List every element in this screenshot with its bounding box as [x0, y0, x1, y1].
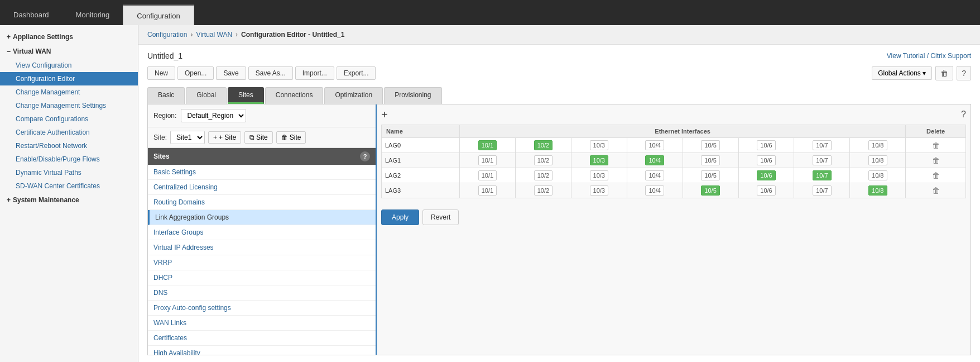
- iface-btn-lag3-5[interactable]: 10/6: [757, 185, 775, 196]
- lag-delete-btn-lag0[interactable]: 🗑: [932, 141, 940, 150]
- revert-button[interactable]: Revert: [422, 209, 459, 225]
- lag-delete-btn-lag1[interactable]: 🗑: [932, 156, 940, 165]
- sites-list-item-vrrp[interactable]: VRRP: [148, 255, 376, 270]
- lag-iface-lag3-3[interactable]: 10/4: [627, 183, 683, 198]
- lag-iface-lag1-2[interactable]: 10/3: [571, 153, 627, 168]
- apply-button[interactable]: Apply: [381, 209, 419, 225]
- export-button[interactable]: Export...: [337, 66, 376, 80]
- sites-list-item-proxy-auto-config[interactable]: Proxy Auto-config settings: [148, 301, 376, 316]
- iface-btn-lag1-0[interactable]: 10/1: [478, 155, 497, 165]
- iface-btn-lag1-2[interactable]: 10/3: [590, 155, 608, 165]
- lag-iface-lag0-3[interactable]: 10/4: [627, 138, 683, 153]
- lag-iface-lag1-3[interactable]: 10/4: [627, 153, 683, 168]
- add-site-button[interactable]: + + Site: [208, 131, 241, 144]
- iface-btn-lag0-4[interactable]: 10/5: [701, 140, 719, 150]
- lag-iface-lag0-0[interactable]: 10/1: [460, 138, 516, 153]
- lag-delete-lag0[interactable]: 🗑: [906, 138, 966, 153]
- nav-dashboard[interactable]: Dashboard: [0, 4, 63, 25]
- lag-iface-lag0-4[interactable]: 10/5: [683, 138, 738, 153]
- tab-sites[interactable]: Sites: [228, 87, 264, 104]
- iface-btn-lag1-5[interactable]: 10/6: [757, 155, 775, 165]
- sites-list-item-link-aggregation-groups[interactable]: Link Aggregation Groups: [148, 210, 376, 225]
- tab-connections[interactable]: Connections: [265, 87, 324, 104]
- sites-help-icon[interactable]: ?: [360, 151, 370, 161]
- sidebar-section-virtual-wan[interactable]: − Virtual WAN: [0, 44, 138, 59]
- sites-list-item-dns[interactable]: DNS: [148, 285, 376, 301]
- lag-iface-lag2-5[interactable]: 10/6: [738, 168, 794, 183]
- lag-iface-lag1-6[interactable]: 10/7: [794, 153, 850, 168]
- iface-btn-lag0-2[interactable]: 10/3: [590, 140, 608, 150]
- lag-iface-lag3-4[interactable]: 10/5: [683, 183, 738, 198]
- sidebar-item-change-management[interactable]: Change Management: [0, 85, 138, 99]
- nav-configuration[interactable]: Configuration: [123, 4, 194, 26]
- breadcrumb-virtual-wan[interactable]: Virtual WAN: [196, 31, 232, 39]
- sidebar-item-view-configuration[interactable]: View Configuration: [0, 59, 138, 72]
- help-icon-button[interactable]: ?: [957, 66, 971, 80]
- lag-iface-lag2-2[interactable]: 10/3: [571, 168, 627, 183]
- sites-list-item-high-availability[interactable]: High Availability: [148, 346, 376, 355]
- lag-iface-lag0-2[interactable]: 10/3: [571, 138, 627, 153]
- iface-btn-lag1-4[interactable]: 10/5: [701, 155, 719, 165]
- iface-btn-lag1-7[interactable]: 10/8: [868, 155, 887, 165]
- iface-btn-lag0-7[interactable]: 10/8: [868, 140, 887, 150]
- lag-iface-lag1-4[interactable]: 10/5: [683, 153, 738, 168]
- sites-list-item-basic-settings[interactable]: Basic Settings: [148, 165, 376, 180]
- lag-iface-lag2-1[interactable]: 10/2: [515, 168, 571, 183]
- iface-btn-lag2-7[interactable]: 10/8: [868, 170, 887, 180]
- iface-btn-lag2-3[interactable]: 10/4: [645, 170, 664, 180]
- iface-btn-lag3-2[interactable]: 10/3: [590, 185, 608, 196]
- iface-btn-lag2-0[interactable]: 10/1: [478, 170, 497, 180]
- lag-iface-lag2-6[interactable]: 10/7: [794, 168, 850, 183]
- lag-iface-lag2-0[interactable]: 10/1: [460, 168, 516, 183]
- lag-delete-lag2[interactable]: 🗑: [906, 168, 966, 183]
- site-select[interactable]: Site1: [170, 131, 205, 144]
- lag-iface-lag3-2[interactable]: 10/3: [571, 183, 627, 198]
- lag-delete-btn-lag2[interactable]: 🗑: [932, 171, 940, 180]
- iface-btn-lag3-4[interactable]: 10/5: [701, 185, 719, 196]
- lag-add-button[interactable]: +: [381, 109, 388, 120]
- sidebar-item-sd-wan-center-certificates[interactable]: SD-WAN Center Certificates: [0, 179, 138, 193]
- save-as-button[interactable]: Save As...: [248, 66, 293, 80]
- lag-iface-lag3-5[interactable]: 10/6: [738, 183, 794, 198]
- new-button[interactable]: New: [147, 66, 175, 80]
- sidebar-section-appliance-settings[interactable]: + Appliance Settings: [0, 30, 138, 44]
- lag-iface-lag1-5[interactable]: 10/6: [738, 153, 794, 168]
- tutorial-link[interactable]: View Tutorial / Citrix Support: [887, 52, 971, 60]
- nav-monitoring[interactable]: Monitoring: [63, 4, 123, 25]
- tab-basic[interactable]: Basic: [147, 87, 185, 104]
- iface-btn-lag3-3[interactable]: 10/4: [645, 185, 664, 196]
- tab-provisioning[interactable]: Provisioning: [384, 87, 441, 104]
- lag-iface-lag0-6[interactable]: 10/7: [794, 138, 850, 153]
- delete-icon-button[interactable]: 🗑: [935, 66, 953, 80]
- lag-help-button[interactable]: ?: [961, 109, 966, 120]
- sites-list-item-certificates[interactable]: Certificates: [148, 331, 376, 346]
- lag-iface-lag3-6[interactable]: 10/7: [794, 183, 850, 198]
- sites-list-item-routing-domains[interactable]: Routing Domains: [148, 195, 376, 210]
- sidebar-item-change-management-settings[interactable]: Change Management Settings: [0, 99, 138, 112]
- sidebar-item-dynamic-virtual-paths[interactable]: Dynamic Virtual Paths: [0, 166, 138, 179]
- open-button[interactable]: Open...: [177, 66, 214, 80]
- lag-iface-lag0-7[interactable]: 10/8: [850, 138, 906, 153]
- iface-btn-lag3-7[interactable]: 10/8: [868, 185, 887, 196]
- sites-list-item-interface-groups[interactable]: Interface Groups: [148, 225, 376, 240]
- lag-iface-lag1-7[interactable]: 10/8: [850, 153, 906, 168]
- copy-site-button[interactable]: ⧉ Site: [244, 131, 273, 144]
- iface-btn-lag0-3[interactable]: 10/4: [645, 140, 664, 150]
- sidebar-item-enable-disable-purge-flows[interactable]: Enable/Disable/Purge Flows: [0, 153, 138, 166]
- sites-list-item-dhcp[interactable]: DHCP: [148, 270, 376, 285]
- iface-btn-lag0-5[interactable]: 10/6: [757, 140, 775, 150]
- iface-btn-lag0-6[interactable]: 10/7: [813, 140, 831, 150]
- sidebar-item-restart-reboot-network[interactable]: Restart/Reboot Network: [0, 139, 138, 153]
- lag-iface-lag3-1[interactable]: 10/2: [515, 183, 571, 198]
- sidebar-item-compare-configurations[interactable]: Compare Configurations: [0, 112, 138, 126]
- lag-iface-lag0-5[interactable]: 10/6: [738, 138, 794, 153]
- lag-iface-lag3-0[interactable]: 10/1: [460, 183, 516, 198]
- region-select[interactable]: Default_Region: [181, 109, 246, 122]
- iface-btn-lag3-0[interactable]: 10/1: [478, 185, 497, 196]
- iface-btn-lag2-4[interactable]: 10/5: [701, 170, 719, 180]
- delete-site-button[interactable]: 🗑 Site: [276, 131, 306, 144]
- iface-btn-lag0-1[interactable]: 10/2: [534, 140, 553, 150]
- iface-btn-lag3-1[interactable]: 10/2: [534, 185, 553, 196]
- lag-iface-lag3-7[interactable]: 10/8: [850, 183, 906, 198]
- lag-iface-lag1-1[interactable]: 10/2: [515, 153, 571, 168]
